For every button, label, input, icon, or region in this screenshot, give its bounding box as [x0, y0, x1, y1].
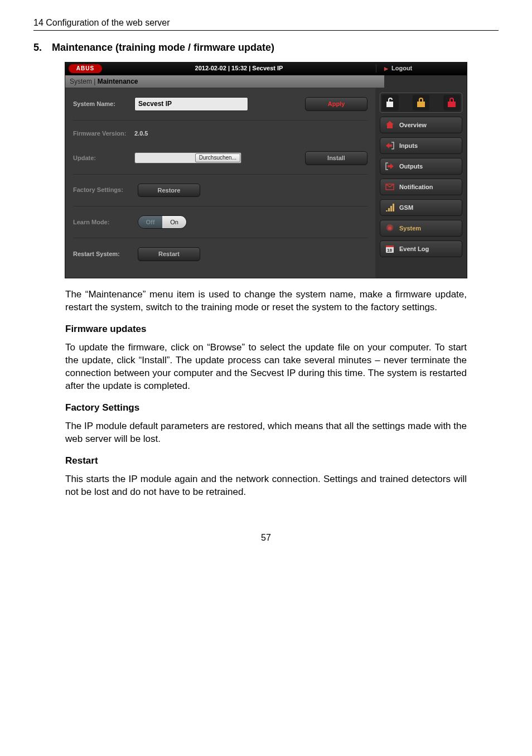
nav-outputs[interactable]: Outputs — [380, 158, 462, 175]
learn-mode-toggle[interactable]: Off On — [138, 215, 187, 229]
browse-button[interactable]: Durchsuchen... — [195, 153, 240, 162]
arm-state-bar — [380, 93, 462, 113]
section-heading: 5. Maintenance (training mode / firmware… — [33, 41, 499, 54]
side-panel: Overview Inputs Outputs Notification — [375, 88, 467, 278]
install-button[interactable]: Install — [305, 151, 367, 165]
nav-gsm-label: GSM — [399, 204, 413, 212]
house-icon — [385, 120, 395, 130]
page-number: 57 — [33, 532, 499, 544]
calendar-badge: 18 — [387, 248, 392, 254]
paragraph-restart: This starts the IP module again and the … — [65, 473, 467, 499]
mail-icon — [385, 182, 395, 192]
nav-system-label: System — [399, 224, 421, 233]
lock-partial-icon[interactable] — [413, 95, 429, 110]
nav-inputs-label: Inputs — [399, 142, 418, 150]
brand-logo: ABUS — [69, 64, 102, 73]
restore-button[interactable]: Restore — [138, 184, 200, 198]
top-bar-status: 2012-02-02 | 15:32 | Secvest IP — [102, 64, 376, 73]
row-restart: Restart System: Restart — [73, 238, 367, 270]
logout-arrow-icon: ▶ — [384, 65, 388, 72]
nav-notification[interactable]: Notification — [380, 179, 462, 195]
section-number: 5. — [33, 41, 49, 54]
top-bar: ABUS 2012-02-02 | 15:32 | Secvest IP ▶ L… — [65, 62, 467, 75]
breadcrumb-prefix: System | — [70, 78, 98, 85]
gear-icon — [385, 223, 395, 233]
firmware-version-label: Firmware Version: — [73, 130, 134, 137]
nav-overview[interactable]: Overview — [380, 117, 462, 133]
heading-firmware-updates: Firmware updates — [65, 323, 467, 336]
toggle-on[interactable]: On — [162, 216, 186, 228]
paragraph-firmware: To update the firmware, click on “Browse… — [65, 341, 467, 393]
restart-system-label: Restart System: — [73, 251, 134, 258]
main-panel: System Name: Secvest IP Apply Firmware V… — [65, 88, 375, 278]
toggle-off[interactable]: Off — [138, 216, 162, 228]
paragraph-factory: The IP module default parameters are res… — [65, 420, 467, 446]
section-title: Maintenance (training mode / firmware up… — [52, 42, 274, 53]
breadcrumb-bar: System | Maintenance — [65, 75, 467, 88]
row-learn-mode: Learn Mode: Off On — [73, 206, 367, 238]
nav-outputs-label: Outputs — [399, 162, 423, 171]
row-system-name: System Name: Secvest IP Apply — [73, 88, 367, 121]
nav-overview-label: Overview — [399, 121, 427, 129]
arrow-in-icon — [385, 141, 395, 151]
nav-system[interactable]: System — [380, 220, 462, 237]
nav-gsm[interactable]: GSM — [380, 199, 462, 216]
doc-body: The “Maintenance” menu item is used to c… — [65, 288, 467, 498]
nav-eventlog-label: Event Log — [399, 245, 429, 253]
apply-button[interactable]: Apply — [305, 97, 367, 111]
lock-unarmed-icon[interactable] — [382, 95, 399, 110]
row-firmware: Firmware Version: 2.0.5 Update: Durchsuc… — [73, 121, 367, 175]
heading-factory-settings: Factory Settings — [65, 402, 467, 415]
lock-armed-icon[interactable] — [443, 95, 460, 110]
update-file-input[interactable]: Durchsuchen... — [134, 152, 241, 163]
learn-mode-label: Learn Mode: — [73, 219, 134, 226]
restart-button[interactable]: Restart — [138, 247, 200, 261]
update-label: Update: — [73, 155, 134, 162]
logout-label: Logout — [391, 64, 412, 73]
svg-rect-3 — [386, 245, 394, 247]
page-header: 14 Configuration of the web server — [33, 17, 499, 31]
paragraph-intro: The “Maintenance” menu item is used to c… — [65, 288, 467, 314]
firmware-version-value: 2.0.5 — [134, 129, 148, 138]
arrow-out-icon — [385, 161, 395, 171]
nav-notification-label: Notification — [399, 183, 433, 191]
row-factory: Factory Settings: Restore — [73, 175, 367, 207]
calendar-icon: 18 — [385, 244, 395, 254]
nav-inputs[interactable]: Inputs — [380, 137, 462, 154]
breadcrumb[interactable]: System | Maintenance — [65, 75, 384, 88]
nav-eventlog[interactable]: 18 Event Log — [380, 240, 462, 257]
system-name-label: System Name: — [73, 100, 134, 108]
app-window: ABUS 2012-02-02 | 15:32 | Secvest IP ▶ L… — [65, 62, 467, 278]
system-name-input[interactable]: Secvest IP — [134, 97, 248, 110]
breadcrumb-current: Maintenance — [98, 78, 138, 85]
factory-settings-label: Factory Settings: — [73, 186, 134, 194]
logout-link[interactable]: ▶ Logout — [376, 64, 467, 73]
signal-icon — [385, 203, 395, 213]
heading-restart: Restart — [65, 455, 467, 468]
